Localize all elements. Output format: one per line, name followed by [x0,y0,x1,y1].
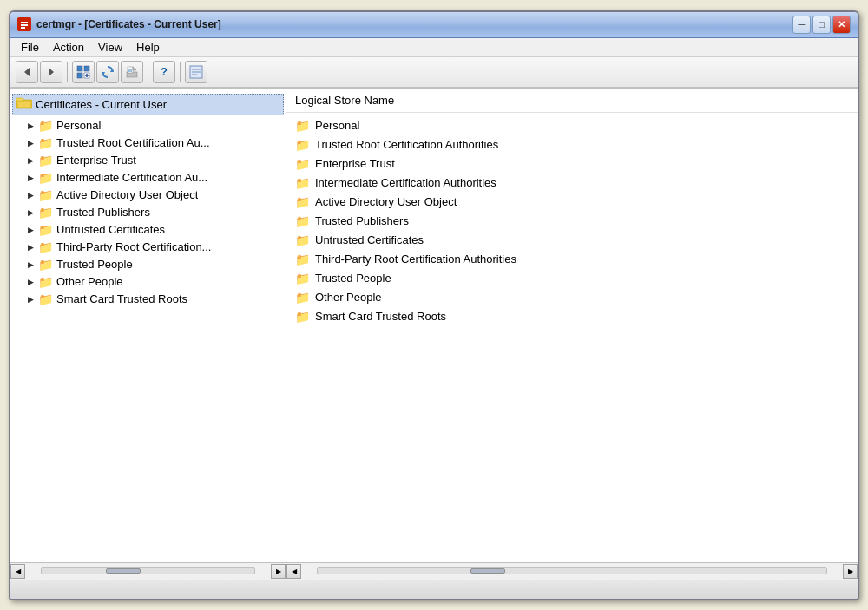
tree-item-other-people[interactable]: ▶ 📁 Other People [10,273,286,291]
right-item-ad-user[interactable]: 📁 Active Directory User Object [286,193,858,212]
tree-item-intermediate[interactable]: ▶ 📁 Intermediate Certification Au... [10,169,286,187]
left-scroll-left-arrow[interactable]: ◀ [10,564,25,579]
folder-icon-enterprise: 📁 [38,154,53,167]
folder-icon-smart-card: 📁 [38,292,53,306]
root-icon [16,96,32,113]
refresh-button[interactable] [96,61,119,83]
tree-item-label-untrusted: Untrusted Certificates [56,223,165,236]
right-folder-icon-other-people: 📁 [295,291,310,305]
right-scroll-container [301,567,843,574]
right-scrollbar[interactable]: ◀ ▶ [286,563,858,580]
expand-arrow-smart-card: ▶ [28,295,36,304]
status-bar [10,580,858,599]
left-scroll-track[interactable] [41,567,255,574]
tree-item-personal[interactable]: ▶ 📁 Personal [10,117,286,134]
tree-item-label-ad-user: Active Directory User Object [56,188,198,201]
right-folder-icon-personal: 📁 [295,119,310,133]
right-scroll-track[interactable] [317,567,827,574]
folder-icon-ad-user: 📁 [38,188,53,202]
right-item-intermediate[interactable]: 📁 Intermediate Certification Authorities [286,174,858,193]
left-scroll-thumb[interactable] [106,568,141,574]
minimize-button[interactable]: ─ [792,16,811,34]
right-item-trusted-people[interactable]: 📁 Trusted People [286,269,858,288]
help-button[interactable]: ? [153,61,175,83]
menu-help[interactable]: Help [129,39,167,56]
menu-view[interactable]: View [91,39,129,56]
expand-arrow-enterprise: ▶ [28,156,36,165]
tree-root-node[interactable]: Certificates - Current User [12,94,284,115]
menu-bar: File Action View Help [10,38,858,57]
right-content: 📁 Personal 📁 Trusted Root Certification … [286,113,858,562]
right-item-other-people[interactable]: 📁 Other People [286,288,858,307]
right-item-label-untrusted: Untrusted Certificates [315,233,424,246]
tree-item-label-trusted-people: Trusted People [56,258,133,271]
expand-arrow-personal: ▶ [28,121,36,130]
right-folder-icon-trusted-publishers: 📁 [295,214,310,228]
tree-item-smart-card[interactable]: ▶ 📁 Smart Card Trusted Roots [10,291,286,308]
tree-item-label-trusted-publishers: Trusted Publishers [56,206,150,219]
properties-button[interactable] [185,61,207,83]
right-scroll-thumb[interactable] [470,568,505,574]
tree-view: Certificates - Current User ▶ 📁 Personal… [10,89,286,562]
bottom-scrollbars: ◀ ▶ ◀ ▶ [10,562,858,580]
toolbar-sep-2 [148,62,148,82]
right-scroll-right-arrow[interactable]: ▶ [843,564,858,579]
right-item-trusted-root[interactable]: 📁 Trusted Root Certification Authorities [286,135,858,154]
right-folder-icon-untrusted: 📁 [295,233,310,247]
right-item-untrusted[interactable]: 📁 Untrusted Certificates [286,231,858,250]
expand-arrow-ad-user: ▶ [28,191,36,200]
right-item-label-trusted-root: Trusted Root Certification Authorities [315,138,498,151]
folder-icon-trusted-root: 📁 [38,136,53,150]
menu-action[interactable]: Action [46,39,91,56]
title-bar-left: certmgr - [Certificates - Current User] [17,17,221,31]
tree-item-trusted-root[interactable]: ▶ 📁 Trusted Root Certification Au... [10,134,286,152]
expand-arrow-third-party: ▶ [28,243,36,252]
svg-marker-4 [24,68,30,76]
tree-item-label-trusted-root: Trusted Root Certification Au... [56,136,210,149]
svg-rect-2 [21,24,28,26]
menu-file[interactable]: File [14,39,46,56]
right-item-label-intermediate: Intermediate Certification Authorities [315,176,496,189]
tree-item-label-other-people: Other People [56,275,123,288]
export-button[interactable] [121,61,143,83]
right-item-label-trusted-publishers: Trusted Publishers [315,214,409,227]
left-scrollbar[interactable]: ◀ ▶ [10,563,286,580]
right-item-label-smart-card: Smart Card Trusted Roots [315,310,446,323]
tree-item-label-enterprise: Enterprise Trust [56,154,136,167]
right-scroll-left-arrow[interactable]: ◀ [286,564,301,579]
expand-button[interactable] [72,61,95,83]
tree-item-untrusted[interactable]: ▶ 📁 Untrusted Certificates [10,221,286,239]
tree-item-label-personal: Personal [56,119,101,132]
expand-arrow-intermediate: ▶ [28,174,36,182]
app-icon [17,17,31,31]
tree-item-label-intermediate: Intermediate Certification Au... [56,171,207,184]
tree-item-enterprise[interactable]: ▶ 📁 Enterprise Trust [10,152,286,169]
back-button[interactable] [16,61,38,83]
toolbar-sep-3 [180,62,181,82]
svg-marker-5 [49,68,54,76]
folder-icon-third-party: 📁 [38,240,53,254]
left-scroll-right-arrow[interactable]: ▶ [271,564,286,579]
right-item-trusted-publishers[interactable]: 📁 Trusted Publishers [286,212,858,231]
toolbar: ? [10,57,858,89]
tree-item-trusted-people[interactable]: ▶ 📁 Trusted People [10,256,286,273]
right-item-third-party[interactable]: 📁 Third-Party Root Certification Authori… [286,250,858,269]
folder-icon-other-people: 📁 [38,275,53,289]
tree-item-trusted-publishers[interactable]: ▶ 📁 Trusted Publishers [10,204,286,221]
svg-marker-16 [133,67,136,70]
main-content: Certificates - Current User ▶ 📁 Personal… [10,89,858,562]
right-item-personal[interactable]: 📁 Personal [286,116,858,135]
right-item-smart-card[interactable]: 📁 Smart Card Trusted Roots [286,307,858,326]
forward-button[interactable] [40,61,62,83]
tree-item-ad-user[interactable]: ▶ 📁 Active Directory User Object [10,187,286,204]
tree-item-third-party[interactable]: ▶ 📁 Third-Party Root Certification... [10,239,286,256]
close-button[interactable]: ✕ [832,16,851,34]
folder-icon-personal: 📁 [38,119,53,133]
folder-icon-trusted-publishers: 📁 [38,206,53,220]
svg-rect-3 [21,27,25,29]
svg-rect-25 [17,101,31,108]
restore-button[interactable]: □ [812,16,831,34]
tree-root-label: Certificates - Current User [36,98,167,111]
left-panel: Certificates - Current User ▶ 📁 Personal… [10,89,286,562]
right-item-enterprise[interactable]: 📁 Enterprise Trust [286,154,858,174]
